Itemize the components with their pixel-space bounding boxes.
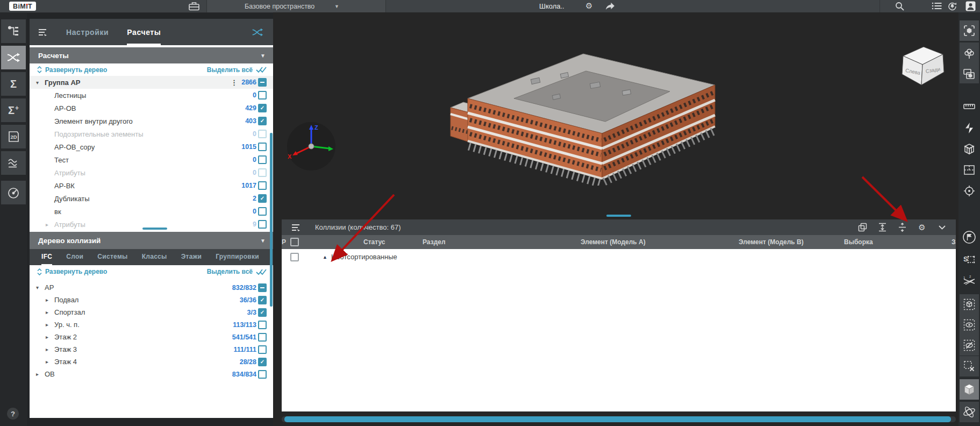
caret-icon[interactable] bbox=[36, 371, 45, 377]
column-header[interactable]: Выборка bbox=[844, 235, 873, 249]
tree-hscrollbar[interactable] bbox=[142, 228, 167, 230]
tree-row[interactable]: Подвал 36/36 bbox=[30, 294, 273, 306]
duplicate-icon[interactable] bbox=[857, 222, 868, 233]
tree-row[interactable]: АР-ОВ ⋮ 429 bbox=[30, 102, 273, 115]
sum-add-icon[interactable]: Σ + bbox=[1, 98, 26, 122]
row-checkbox[interactable] bbox=[290, 253, 299, 261]
save-selection-icon[interactable]: S bbox=[960, 249, 979, 269]
tree-row-checkbox[interactable] bbox=[258, 78, 267, 87]
tree-row-checkbox[interactable] bbox=[258, 168, 267, 177]
tree-row-checkbox[interactable] bbox=[258, 308, 267, 317]
tree-row[interactable]: АР-ВК ⋮ 1017 bbox=[30, 179, 273, 192]
floor-plan-icon[interactable] bbox=[960, 160, 979, 180]
column-header[interactable]: Р bbox=[282, 235, 286, 249]
tree-row[interactable]: Ур. ч. п. 113/113 bbox=[30, 318, 273, 331]
tree-row[interactable]: Элемент внутри другого ⋮ 403 bbox=[30, 115, 273, 127]
account-icon[interactable] bbox=[965, 1, 976, 11]
tree-row-checkbox[interactable] bbox=[258, 333, 267, 342]
collision-tree-tab[interactable]: Слои bbox=[66, 249, 83, 265]
hide-selection-icon[interactable] bbox=[960, 335, 979, 356]
caret-icon[interactable] bbox=[46, 359, 54, 365]
settings-gear-icon[interactable]: ⚙ bbox=[917, 222, 927, 233]
tree-row-checkbox[interactable] bbox=[258, 296, 267, 304]
collision-tree-tab[interactable]: Классы bbox=[142, 249, 167, 265]
column-header[interactable]: Раздел bbox=[423, 235, 446, 249]
panel-menu-icon[interactable] bbox=[38, 28, 48, 37]
collision-tree-tab[interactable]: IFC bbox=[41, 249, 52, 265]
expand-tree-link[interactable]: Развернуть дерево bbox=[37, 66, 107, 74]
selection-box-icon[interactable] bbox=[960, 294, 979, 315]
briefcase-icon[interactable] bbox=[188, 1, 200, 11]
chevron-down-icon[interactable]: ▼ bbox=[260, 238, 266, 244]
tree-row[interactable]: Атрибуты ⋮ 0 bbox=[30, 166, 273, 179]
menu-list-icon[interactable] bbox=[932, 2, 942, 10]
notifications-icon[interactable] bbox=[947, 1, 957, 11]
tree-row[interactable]: Спортзал 3/3 bbox=[30, 306, 273, 318]
tree-row-checkbox[interactable] bbox=[258, 155, 267, 164]
clash-detection-icon[interactable] bbox=[1, 46, 26, 69]
help-button[interactable]: ? bbox=[7, 408, 19, 420]
column-header[interactable]: Элемент (Модель B) bbox=[739, 235, 804, 249]
caret-icon[interactable] bbox=[36, 80, 45, 86]
tree-row-checkbox[interactable] bbox=[258, 358, 267, 366]
environment-icon[interactable] bbox=[960, 44, 979, 64]
panel-drag-handle[interactable] bbox=[606, 215, 631, 217]
workspace-name[interactable]: Базовое пространство bbox=[245, 0, 314, 12]
chevron-down-icon[interactable]: ▼ bbox=[334, 0, 339, 12]
clear-selection-icon[interactable] bbox=[960, 356, 979, 377]
share-icon[interactable] bbox=[605, 2, 615, 10]
caret-icon[interactable] bbox=[46, 222, 54, 228]
tree-row[interactable]: Подозрительные элементы ⋮ 0 bbox=[30, 127, 273, 140]
fit-height-icon[interactable] bbox=[877, 222, 888, 233]
zoom-to-selection-icon[interactable] bbox=[960, 20, 979, 41]
calc-section-header[interactable]: Расчеты ▼ bbox=[30, 47, 273, 63]
cube-view-icon[interactable] bbox=[960, 379, 979, 400]
model-tree-icon[interactable] bbox=[1, 19, 26, 43]
settings-gear-icon[interactable]: ⚙ bbox=[585, 1, 592, 11]
axes-compare-icon[interactable]: 1 2 bbox=[960, 271, 979, 291]
collapse-chevron-icon[interactable] bbox=[936, 222, 947, 233]
tree-row[interactable]: Этаж 2 541/541 bbox=[30, 331, 273, 343]
bottom-scrollbar[interactable] bbox=[284, 416, 951, 422]
sum-icon[interactable]: Σ bbox=[1, 72, 26, 96]
clash-icon[interactable] bbox=[251, 26, 264, 38]
panel-menu-icon[interactable] bbox=[291, 223, 301, 232]
locate-icon[interactable] bbox=[960, 181, 979, 201]
caret-icon[interactable] bbox=[46, 322, 54, 328]
caret-icon[interactable] bbox=[46, 297, 54, 303]
tab-settings[interactable]: Настройки bbox=[66, 19, 109, 45]
tree-row-checkbox[interactable] bbox=[258, 181, 267, 190]
tree-row[interactable]: Этаж 4 28/28 bbox=[30, 356, 273, 368]
collision-tree-tab[interactable]: Группировки bbox=[216, 249, 259, 265]
axis-gizmo[interactable]: Z X bbox=[286, 121, 337, 171]
collision-tree-tab[interactable]: Этажи bbox=[181, 249, 202, 265]
tree-row[interactable]: Дубликаты ⋮ 2 bbox=[30, 192, 273, 205]
caret-icon[interactable] bbox=[46, 309, 54, 315]
tree-row-checkbox[interactable] bbox=[258, 321, 267, 329]
gauge-icon[interactable] bbox=[1, 181, 26, 204]
tree-row[interactable]: Этаж 3 111/111 bbox=[30, 343, 273, 356]
row-spacing-icon[interactable] bbox=[897, 222, 907, 233]
tree-row-checkbox[interactable] bbox=[258, 207, 267, 216]
tree-row[interactable]: ОВ 834/834 bbox=[30, 368, 273, 380]
caret-icon[interactable] bbox=[46, 334, 54, 340]
tree-row-checkbox[interactable] bbox=[258, 345, 267, 354]
tree-row-checkbox[interactable] bbox=[258, 370, 267, 379]
tree-row[interactable]: Лестницы ⋮ 0 bbox=[30, 89, 273, 102]
orbit-icon[interactable] bbox=[960, 402, 979, 422]
2d-view-icon[interactable]: 2D bbox=[1, 125, 26, 148]
section-box-icon[interactable] bbox=[960, 139, 979, 159]
caret-icon[interactable] bbox=[36, 285, 45, 290]
tree-row-checkbox[interactable] bbox=[258, 91, 267, 100]
caret-icon[interactable] bbox=[46, 346, 54, 352]
collapse-triangle-icon[interactable]: ▲ bbox=[323, 254, 327, 260]
tree-row-checkbox[interactable] bbox=[258, 143, 267, 151]
tree-row-checkbox[interactable] bbox=[258, 220, 267, 229]
tree-row-checkbox[interactable] bbox=[258, 117, 267, 125]
collision-flag-icon[interactable] bbox=[960, 227, 979, 247]
building-model[interactable] bbox=[445, 43, 722, 186]
tree-row[interactable]: вк ⋮ 0 bbox=[30, 205, 273, 218]
tree-row-checkbox[interactable] bbox=[258, 194, 267, 203]
collision-group-row[interactable]: ▲ Неотсортированные bbox=[282, 249, 956, 265]
show-selection-icon[interactable] bbox=[960, 315, 979, 335]
